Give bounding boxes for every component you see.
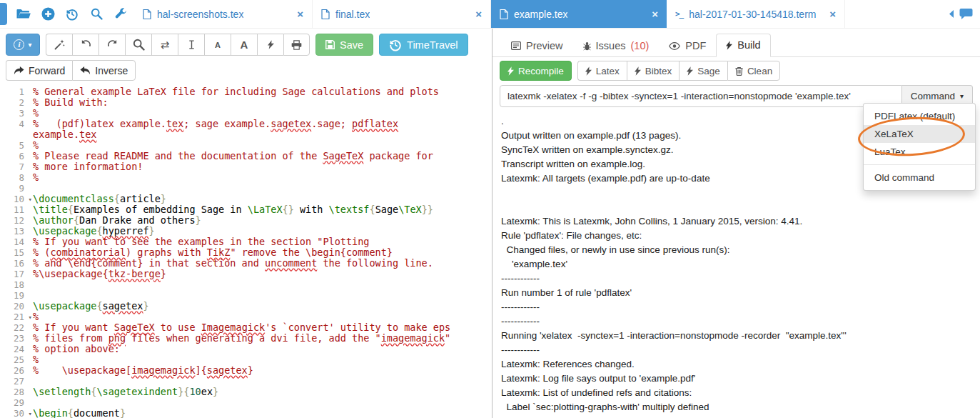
code-text: % Build with: <box>33 97 461 108</box>
print-button[interactable] <box>283 34 310 56</box>
menu-item-xelatex[interactable]: XeLaTeX <box>864 125 975 143</box>
code-text: \title{Examples of embedding Sage in \La… <box>33 204 461 215</box>
log-line: Run number 1 of rule 'pdflatex' <box>501 286 971 300</box>
menu-item-luatex[interactable]: LuaTex <box>864 143 975 161</box>
code-text: \setlength{\sagetexindent}{10ex} <box>33 387 461 397</box>
latex-button[interactable]: Latex <box>577 61 627 81</box>
line-number: 28 <box>0 387 33 397</box>
forward-icon <box>14 66 24 75</box>
file-tab-hal-screenshots-tex[interactable]: hal-screenshots.tex× <box>134 0 313 28</box>
editor-pane: i ▾ ⇄AA Save TimeTravel Forward <box>0 29 492 418</box>
code-line: 20\usepackage{sagetex} <box>0 301 492 312</box>
forward-button-label: Forward <box>29 65 65 76</box>
code-line: 17%\usepackage{tkz-berge} <box>0 269 492 279</box>
bibtex-button[interactable]: Bibtex <box>627 61 680 81</box>
fold-marker-icon[interactable]: ▾ <box>29 194 32 205</box>
file-tab-label: final.tex <box>335 9 370 20</box>
code-text: % <box>33 108 461 119</box>
bolt-button[interactable] <box>257 34 283 56</box>
file-icon <box>500 9 508 19</box>
sync-nav-row: Forward Inverse <box>0 59 492 85</box>
code-line: 26% \usepackage[imagemagick]{sagetex} <box>0 365 492 376</box>
code-editor[interactable]: 1% General example LaTeX file for includ… <box>0 85 492 418</box>
tab-pdf[interactable]: PDF <box>659 34 716 57</box>
command-input[interactable] <box>500 85 902 107</box>
wand-button[interactable] <box>46 34 72 56</box>
edge-button[interactable] <box>0 3 7 25</box>
close-icon[interactable]: × <box>829 8 836 20</box>
menu-divider <box>864 164 975 165</box>
line-number: 17 <box>0 269 33 279</box>
file-tab-hal-2017-01-30-145418-term[interactable]: >_hal-2017-01-30-145418.term× <box>667 0 845 28</box>
fold-marker-icon[interactable]: ▾ <box>29 312 32 323</box>
log-line <box>501 200 971 214</box>
line-number: 23 <box>0 333 33 344</box>
line-number: 21▾ <box>0 312 33 322</box>
code-text: \documentclass{article} <box>33 194 461 204</box>
plus-circle-button[interactable] <box>36 0 60 29</box>
code-line: 22% If you want SageTeX to use Imagemagi… <box>0 322 492 333</box>
close-icon[interactable]: × <box>297 8 303 20</box>
code-text: % If you want to see the examples in the… <box>33 237 461 247</box>
tab-label: PDF <box>685 40 706 51</box>
editor-info-button[interactable]: i ▾ <box>6 34 40 56</box>
close-icon[interactable]: × <box>652 8 658 20</box>
forward-button[interactable]: Forward <box>6 60 72 81</box>
log-line: Label `sec:plotting-graphs-with' multipl… <box>501 400 971 414</box>
clean-button[interactable]: Clean <box>727 61 780 81</box>
line-number: 4 <box>0 119 33 140</box>
code-line: 2% Build with: <box>0 97 492 108</box>
code-line: 3% <box>0 108 492 119</box>
timetravel-button[interactable]: TimeTravel <box>379 34 468 56</box>
sage-button-label: Sage <box>697 66 720 76</box>
ibeam-button[interactable] <box>178 34 204 56</box>
undo-button[interactable] <box>72 34 98 56</box>
code-line: 21▾% <box>0 312 492 322</box>
code-text <box>33 279 461 290</box>
issues-count-badge: (10) <box>631 40 650 51</box>
chat-icon[interactable] <box>959 8 973 20</box>
fold-marker-icon[interactable]: ▾ <box>29 409 32 418</box>
tab-label: Preview <box>526 40 563 51</box>
file-tab-example-tex[interactable]: example.tex× <box>491 0 667 28</box>
tab-issues[interactable]: Issues(10) <box>573 34 660 57</box>
save-button[interactable]: Save <box>315 34 373 56</box>
code-line: 16% and \end{comment} in that section an… <box>0 258 492 269</box>
exchange-button[interactable]: ⇄ <box>151 34 178 56</box>
code-line: 28\setlength{\sagetexindent}{10ex} <box>0 387 492 397</box>
folder-open-button[interactable] <box>11 0 36 29</box>
code-text: % option above: <box>33 344 461 354</box>
tab-preview[interactable]: Preview <box>501 34 573 57</box>
line-number: 11 <box>0 204 33 215</box>
output-tabs: PreviewIssues(10)PDFBuild <box>492 29 980 57</box>
line-number: 10▾ <box>0 194 33 204</box>
menu-item-old-command[interactable]: Old command <box>864 169 975 186</box>
inverse-button[interactable]: Inverse <box>72 60 136 81</box>
close-icon[interactable]: × <box>475 8 482 20</box>
clean-button-label: Clean <box>747 66 772 76</box>
search-button[interactable] <box>125 34 151 56</box>
log-line: Rule 'pdflatex': File changes, etc: <box>501 229 971 243</box>
file-tab-final-tex[interactable]: final.tex× <box>313 0 491 28</box>
line-number: 20 <box>0 301 33 312</box>
code-line: 19 <box>0 290 492 301</box>
bibtex-button-label: Bibtex <box>645 66 672 76</box>
menu-item-pdflatex-default[interactable]: PDFLatex (default) <box>864 107 975 125</box>
history-button[interactable] <box>60 0 84 29</box>
font-big-button[interactable]: A <box>231 34 257 56</box>
recompile-button[interactable]: Recompile <box>500 61 572 81</box>
wrench-button[interactable] <box>108 0 133 29</box>
line-number: 5 <box>0 140 33 151</box>
search-button[interactable] <box>84 0 108 29</box>
chevron-left-icon[interactable] <box>948 9 954 19</box>
font-small-button[interactable]: A <box>204 34 231 56</box>
sage-button[interactable]: Sage <box>679 61 727 81</box>
code-text <box>33 183 461 194</box>
line-number: 19 <box>0 290 33 301</box>
redo-button[interactable] <box>98 34 125 56</box>
tab-build[interactable]: Build <box>716 34 770 57</box>
line-number: 9 <box>0 183 33 194</box>
log-line: ------------ <box>501 272 971 286</box>
line-number: 14 <box>0 237 33 247</box>
code-text: % files from png files when generating a… <box>33 333 461 344</box>
